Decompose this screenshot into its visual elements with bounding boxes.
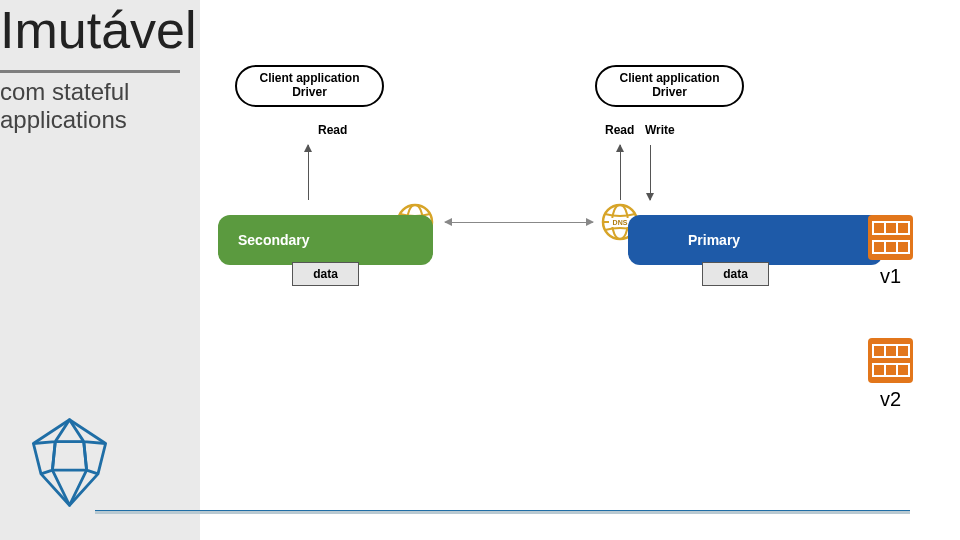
title-underline (0, 70, 180, 73)
server-row (872, 221, 910, 235)
db-secondary-label: Secondary (238, 232, 310, 248)
read-label-right: Read (605, 123, 634, 137)
gem-icon (22, 415, 117, 510)
server-icon-v2 (868, 338, 913, 383)
arrow-dns-link (445, 222, 593, 223)
db-primary-label: Primary (688, 232, 740, 248)
data-tag-left: data (292, 262, 359, 286)
client-box-right: Client application Driver (595, 65, 744, 107)
arrow-read-right (620, 145, 621, 200)
svg-marker-10 (33, 420, 105, 506)
arrow-write-right (650, 145, 651, 200)
server-row (872, 344, 910, 358)
server-row (872, 363, 910, 377)
page-title: Imutável (0, 0, 197, 60)
db-secondary: Secondary (218, 215, 433, 265)
svg-text:DNS: DNS (613, 219, 628, 226)
server-icon-v1 (868, 215, 913, 260)
client-left-line1: Client application (237, 72, 382, 86)
read-label-left: Read (318, 123, 347, 137)
server-label-v1: v1 (880, 265, 901, 288)
data-tag-right: data (702, 262, 769, 286)
subtitle-line1: com stateful (0, 78, 129, 105)
client-right-line2: Driver (597, 86, 742, 100)
client-box-left: Client application Driver (235, 65, 384, 107)
db-primary: Primary (628, 215, 883, 265)
server-row (872, 240, 910, 254)
write-label-right: Write (645, 123, 675, 137)
server-label-v2: v2 (880, 388, 901, 411)
arrow-read-left (308, 145, 309, 200)
client-left-line2: Driver (237, 86, 382, 100)
subtitle-line2: applications (0, 106, 127, 133)
page-subtitle: com stateful applications (0, 78, 129, 133)
bottom-divider (95, 510, 910, 514)
client-right-line1: Client application (597, 72, 742, 86)
